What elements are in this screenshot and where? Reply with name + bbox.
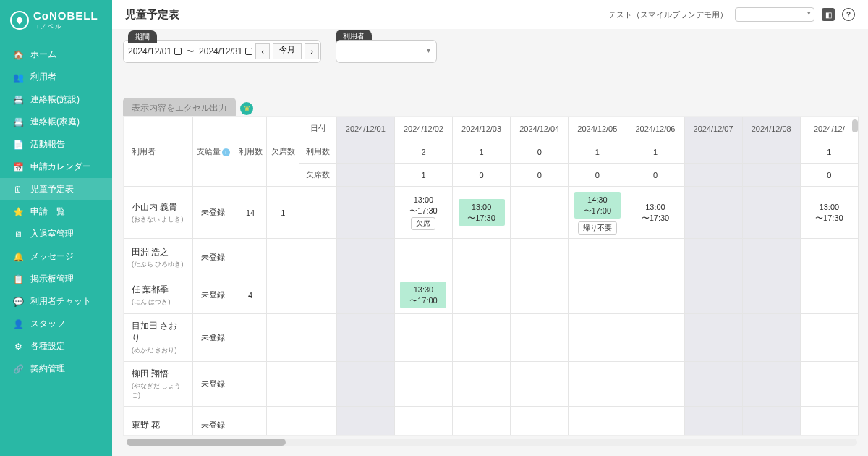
- prev-button[interactable]: ‹: [255, 43, 270, 59]
- schedule-cell[interactable]: [742, 239, 800, 276]
- user-select[interactable]: [336, 40, 437, 63]
- schedule-cell[interactable]: [569, 362, 626, 407]
- schedule-cell[interactable]: [336, 239, 394, 276]
- schedule-cell[interactable]: [684, 276, 742, 314]
- schedule-cell[interactable]: [453, 276, 511, 314]
- schedule-cell[interactable]: [742, 187, 800, 239]
- schedule-cell[interactable]: [336, 407, 394, 436]
- nav-icon: 👥: [13, 72, 23, 83]
- schedule-cell[interactable]: [394, 407, 452, 436]
- date-from[interactable]: 2024/12/01: [128, 46, 182, 56]
- schedule-cell[interactable]: [684, 239, 742, 276]
- schedule-cell[interactable]: [511, 407, 569, 436]
- sidebar-item-4[interactable]: 📄活動報告: [0, 133, 112, 156]
- schedule-cell[interactable]: [742, 314, 800, 362]
- schedule-cell[interactable]: 13:00〜17:30: [800, 187, 858, 239]
- schedule-cell[interactable]: [394, 362, 452, 407]
- schedule-cell[interactable]: [453, 314, 511, 362]
- scrollbar-thumb[interactable]: [127, 439, 286, 446]
- schedule-cell[interactable]: [336, 314, 394, 362]
- help-icon[interactable]: ?: [842, 8, 855, 21]
- schedule-cell[interactable]: [453, 239, 511, 276]
- sidebar-item-12[interactable]: 👤スタッフ: [0, 313, 112, 335]
- schedule-cell[interactable]: [511, 239, 569, 276]
- supply-cell: 未登録: [192, 314, 234, 362]
- schedule-cell[interactable]: [684, 362, 742, 407]
- schedule-cell[interactable]: 13:00〜17:30: [453, 187, 511, 239]
- schedule-cell[interactable]: [626, 276, 684, 314]
- schedule-cell[interactable]: [453, 362, 511, 407]
- schedule-cell[interactable]: [800, 407, 858, 436]
- time-block[interactable]: 13:00〜17:30: [459, 199, 505, 226]
- info-icon[interactable]: i: [222, 148, 230, 156]
- schedule-cell[interactable]: [569, 239, 626, 276]
- org-select[interactable]: [735, 7, 814, 22]
- time-text[interactable]: 13:00〜17:30: [395, 195, 452, 216]
- schedule-cell[interactable]: [511, 314, 569, 362]
- schedule-cell[interactable]: [742, 276, 800, 314]
- schedule-cell[interactable]: [453, 407, 511, 436]
- schedule-cell[interactable]: [569, 314, 626, 362]
- schedule-cell[interactable]: [684, 314, 742, 362]
- schedule-cell[interactable]: 13:00〜17:30欠席: [394, 187, 452, 239]
- time-text[interactable]: 13:00〜17:30: [626, 202, 684, 223]
- schedule-cell[interactable]: [511, 362, 569, 407]
- sidebar-item-6[interactable]: 🗓児童予定表: [0, 178, 112, 200]
- schedule-cell[interactable]: [626, 362, 684, 407]
- schedule-cell[interactable]: [800, 239, 858, 276]
- schedule-cell[interactable]: [684, 187, 742, 239]
- logo[interactable]: CoNOBELL コノベル: [0, 0, 112, 43]
- sidebar-item-9[interactable]: 🔔メッセージ: [0, 245, 112, 268]
- sidebar-item-1[interactable]: 👥利用者: [0, 66, 112, 88]
- schedule-cell[interactable]: [569, 407, 626, 436]
- date-to[interactable]: 2024/12/31: [199, 46, 252, 56]
- sidebar-item-3[interactable]: 📇連絡帳(家庭): [0, 111, 112, 133]
- schedule-cell[interactable]: [800, 276, 858, 314]
- sidebar-item-11[interactable]: 💬利用者チャット: [0, 290, 112, 313]
- user-cell[interactable]: 田淵 浩之(たぶち ひろゆき): [124, 239, 193, 276]
- nav-icon: 👤: [13, 319, 23, 329]
- abs-cell: [267, 407, 299, 436]
- schedule-cell[interactable]: [742, 407, 800, 436]
- schedule-cell[interactable]: [336, 187, 394, 239]
- schedule-cell[interactable]: [394, 239, 452, 276]
- schedule-cell[interactable]: 14:30〜17:00帰り不要: [569, 187, 626, 239]
- user-cell[interactable]: 柳田 翔悟(やなぎだ しょうご): [124, 362, 193, 407]
- user-cell[interactable]: 目加田 さおり(めかだ さおり): [124, 314, 193, 362]
- vertical-scrollbar[interactable]: [852, 119, 858, 132]
- sidebar-item-0[interactable]: 🏠ホーム: [0, 43, 112, 66]
- sidebar-item-13[interactable]: ⚙各種設定: [0, 335, 112, 358]
- sidebar-item-14[interactable]: 🔗契約管理: [0, 358, 112, 380]
- schedule-cell[interactable]: [511, 187, 569, 239]
- schedule-cell[interactable]: [626, 407, 684, 436]
- schedule-cell[interactable]: [626, 239, 684, 276]
- schedule-cell[interactable]: [800, 314, 858, 362]
- schedule-cell[interactable]: [800, 362, 858, 407]
- schedule-cell[interactable]: [511, 276, 569, 314]
- sidebar-item-5[interactable]: 📅申請カレンダー: [0, 156, 112, 178]
- schedule-cell[interactable]: [742, 362, 800, 407]
- time-block[interactable]: 14:30〜17:00: [574, 192, 621, 219]
- horizontal-scrollbar[interactable]: [127, 439, 857, 446]
- schedule-cell[interactable]: 13:30〜17:00: [394, 276, 452, 314]
- schedule-cell[interactable]: 13:00〜17:30: [626, 187, 684, 239]
- schedule-cell[interactable]: [626, 314, 684, 362]
- sidebar-item-2[interactable]: 📇連絡帳(施設): [0, 88, 112, 111]
- schedule-cell[interactable]: [684, 407, 742, 436]
- user-cell[interactable]: 東野 花: [124, 407, 193, 436]
- book-icon[interactable]: ◧: [822, 8, 835, 21]
- next-button[interactable]: ›: [305, 43, 319, 59]
- schedule-cell[interactable]: [336, 276, 394, 314]
- sidebar-item-7[interactable]: ⭐申請一覧: [0, 200, 112, 223]
- schedule-cell[interactable]: [394, 314, 452, 362]
- schedule-cell[interactable]: [336, 362, 394, 407]
- sidebar-item-10[interactable]: 📋掲示板管理: [0, 268, 112, 290]
- time-block[interactable]: 13:30〜17:00: [400, 282, 446, 308]
- th-date-col: 2024/12/03: [453, 117, 511, 140]
- time-text[interactable]: 13:00〜17:30: [801, 202, 858, 223]
- sidebar-item-8[interactable]: 🖥入退室管理: [0, 223, 112, 245]
- user-cell[interactable]: 任 葉都季(にん はづき): [124, 276, 193, 314]
- this-month-button[interactable]: 今月: [273, 43, 302, 59]
- user-cell[interactable]: 小山内 義貴(おさない よしき): [124, 187, 193, 239]
- schedule-cell[interactable]: [569, 276, 626, 314]
